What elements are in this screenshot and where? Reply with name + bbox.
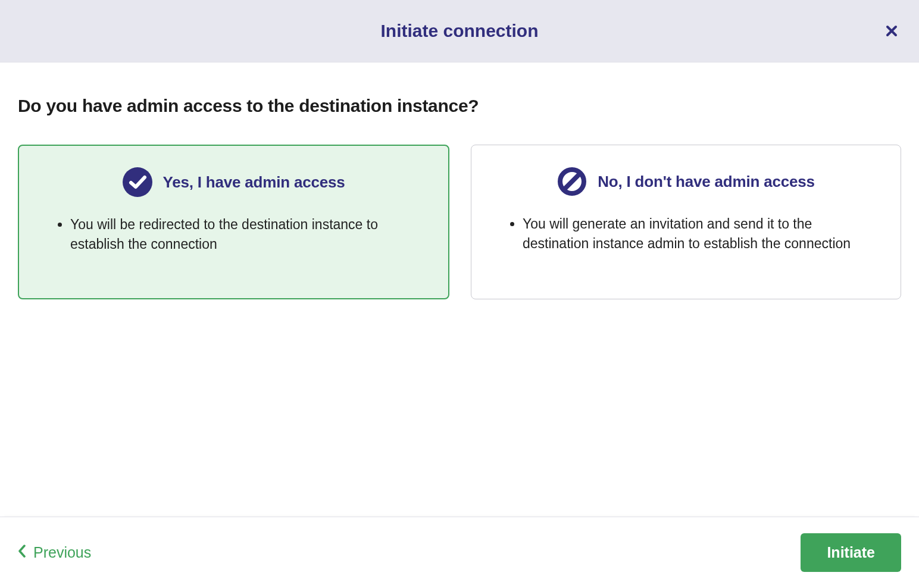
option-yes-bullet: You will be redirected to the destinatio… <box>70 215 418 255</box>
option-yes-title: Yes, I have admin access <box>163 173 345 192</box>
option-no-bullet: You will generate an invitation and send… <box>523 214 871 254</box>
option-yes-card[interactable]: Yes, I have admin access You will be red… <box>18 145 449 299</box>
close-icon <box>886 21 898 40</box>
option-no-head: No, I don't have admin access <box>489 167 883 196</box>
option-cards: Yes, I have admin access You will be red… <box>18 145 901 299</box>
option-no-bullets: You will generate an invitation and send… <box>489 214 883 254</box>
prohibited-icon <box>557 167 587 196</box>
option-no-card[interactable]: No, I don't have admin access You will g… <box>471 145 901 299</box>
admin-access-question: Do you have admin access to the destinat… <box>18 96 901 116</box>
modal-footer: Previous Initiate <box>0 517 919 588</box>
previous-label: Previous <box>33 544 91 561</box>
chevron-left-icon <box>18 545 26 561</box>
initiate-button[interactable]: Initiate <box>801 533 901 572</box>
svg-point-0 <box>123 167 152 197</box>
modal-title: Initiate connection <box>380 21 538 41</box>
option-no-title: No, I don't have admin access <box>598 173 815 191</box>
modal-body: Do you have admin access to the destinat… <box>0 62 919 517</box>
check-circle-icon <box>123 167 152 197</box>
initiate-label: Initiate <box>827 544 875 561</box>
option-yes-bullets: You will be redirected to the destinatio… <box>37 215 430 255</box>
modal-header: Initiate connection <box>0 0 919 62</box>
previous-button[interactable]: Previous <box>18 544 91 561</box>
option-yes-head: Yes, I have admin access <box>37 167 430 197</box>
svg-line-2 <box>564 174 580 189</box>
close-button[interactable] <box>886 22 898 40</box>
